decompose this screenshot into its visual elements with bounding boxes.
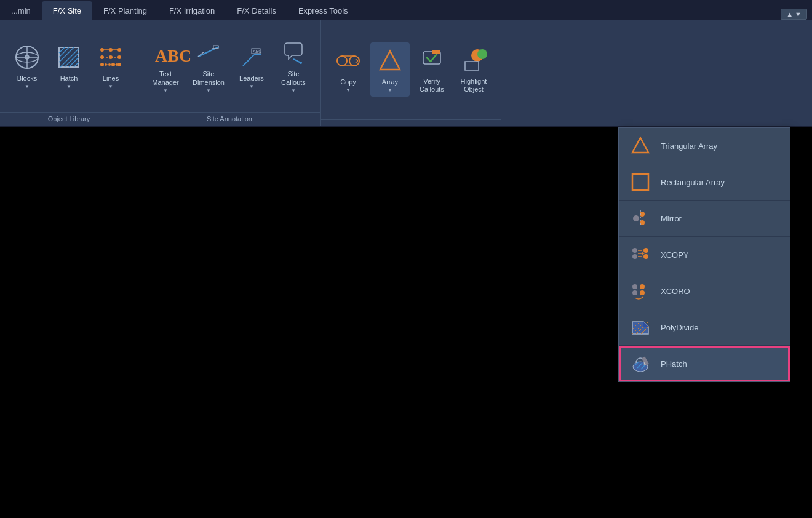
svg-point-21	[117, 55, 121, 59]
svg-text:ABC: ABC	[253, 49, 261, 54]
svg-point-40	[337, 56, 347, 66]
ribbon-content: Blocks ▼	[0, 20, 812, 127]
xcopy-item[interactable]: XCOPY	[619, 237, 790, 273]
hatch-label: Hatch	[60, 74, 78, 82]
xcoro-icon	[629, 279, 652, 303]
svg-line-34	[243, 55, 254, 66]
xcoro-label: XCORO	[661, 287, 690, 296]
tab-row: ...min F/X Site F/X Planting F/X Irrigat…	[0, 0, 812, 20]
tab-fx-details[interactable]: F/X Details	[226, 1, 287, 20]
group-object-library: Blocks ▼	[0, 20, 138, 126]
svg-rect-46	[432, 50, 440, 54]
tab-fx-planting[interactable]: F/X Planting	[92, 1, 158, 20]
hatch-icon	[54, 42, 84, 72]
xcoro-item[interactable]: XCORO	[619, 273, 790, 309]
xcopy-icon	[629, 243, 652, 266]
ribbon: ...min F/X Site F/X Planting F/X Irrigat…	[0, 0, 812, 127]
tab-express-tools[interactable]: Express Tools	[287, 1, 359, 20]
tab-fx-site[interactable]: F/X Site	[42, 1, 92, 20]
hatch-button[interactable]: Hatch ▼	[49, 39, 89, 93]
rectangular-array-item[interactable]: Rectangular Array	[619, 164, 790, 201]
highlight-object-label: HighlightObject	[461, 78, 487, 94]
lines-arrow: ▼	[108, 84, 113, 89]
highlight-object-button[interactable]: HighlightObject	[454, 42, 493, 97]
phatch-icon	[629, 352, 652, 375]
text-manager-icon: ABC	[151, 38, 180, 68]
object-library-label: Object Library	[0, 112, 138, 126]
svg-marker-66	[632, 322, 648, 334]
xcopy-label: XCOPY	[661, 250, 689, 260]
svg-point-58	[643, 248, 648, 253]
site-annotation-items: ABC TextManager ▼	[138, 20, 320, 112]
svg-line-7	[59, 47, 69, 57]
group-site-annotation: ABC TextManager ▼	[138, 20, 321, 126]
verify-callouts-label: VerifyCallouts	[420, 78, 444, 94]
svg-point-52	[633, 215, 639, 221]
verify-callouts-button[interactable]: VerifyCallouts	[412, 42, 452, 97]
copy-icon	[333, 46, 363, 76]
site-callouts-button[interactable]: SiteCallouts ▼	[274, 34, 313, 97]
site-dimension-button[interactable]: SiteDimension ▼	[188, 34, 229, 97]
mirror-item[interactable]: Mirror	[619, 201, 790, 237]
svg-point-64	[640, 290, 645, 295]
svg-rect-51	[632, 174, 648, 190]
blocks-icon	[12, 42, 42, 72]
array-button[interactable]: Array ▼	[370, 42, 410, 97]
leaders-button[interactable]: ABC Leaders ▼	[232, 39, 271, 93]
phatch-item[interactable]: PHatch	[619, 346, 790, 381]
triangular-array-label: Triangular Array	[661, 141, 717, 151]
site-dimension-arrow: ▼	[206, 88, 211, 94]
highlight-object-icon	[459, 46, 488, 75]
svg-marker-65	[641, 296, 643, 298]
svg-point-39	[300, 62, 302, 64]
svg-marker-60	[642, 252, 645, 255]
verify-callouts-icon	[417, 46, 447, 75]
tools-label	[321, 119, 501, 126]
triangular-array-item[interactable]: Triangular Array	[619, 128, 790, 164]
mirror-label: Mirror	[661, 214, 682, 223]
blocks-label: Blocks	[17, 74, 37, 82]
leaders-label: Leaders	[239, 74, 264, 82]
array-icon	[375, 46, 405, 76]
polydivide-item[interactable]: PolyDivide	[619, 309, 790, 346]
tab-fx-irrigation[interactable]: F/X Irrigation	[158, 1, 226, 20]
copy-button[interactable]: Copy ▼	[328, 42, 368, 97]
site-annotation-label: Site Annotation	[138, 112, 320, 126]
leaders-arrow: ▼	[249, 84, 254, 89]
svg-point-62	[632, 290, 637, 295]
svg-point-56	[632, 248, 637, 253]
tab-admin[interactable]: ...min	[0, 1, 42, 20]
rectangular-array-label: Rectangular Array	[661, 178, 725, 187]
svg-point-57	[632, 254, 637, 259]
svg-rect-49	[465, 62, 479, 70]
text-manager-label: TextManager	[152, 70, 178, 86]
text-manager-button[interactable]: ABC TextManager ▼	[146, 34, 185, 97]
polydivide-icon	[629, 316, 652, 339]
site-callouts-arrow: ▼	[291, 88, 296, 94]
svg-line-12	[74, 62, 79, 67]
site-callouts-label: SiteCallouts	[281, 70, 306, 86]
site-callouts-icon	[279, 38, 308, 68]
polydivide-label: PolyDivide	[661, 323, 698, 332]
lines-label: Lines	[103, 74, 119, 82]
svg-point-48	[477, 49, 487, 59]
blocks-arrow: ▼	[25, 84, 30, 89]
array-label: Array	[382, 78, 398, 86]
array-dropdown: Triangular Array Rectangular Array Mirro…	[618, 127, 790, 382]
svg-point-59	[643, 254, 648, 259]
phatch-label: PHatch	[661, 359, 687, 369]
tab-scroll-button[interactable]: ▲ ▼	[781, 9, 807, 20]
svg-marker-50	[632, 138, 648, 153]
svg-line-38	[293, 59, 301, 63]
site-dimension-icon	[194, 38, 223, 68]
lines-button[interactable]: Lines ▼	[91, 39, 130, 93]
blocks-button[interactable]: Blocks ▼	[7, 39, 47, 93]
copy-label: Copy	[340, 78, 356, 86]
rectangular-array-icon	[629, 170, 652, 194]
site-dimension-label: SiteDimension	[193, 70, 225, 86]
array-arrow: ▼	[388, 87, 392, 93]
lines-icon	[96, 42, 125, 72]
text-manager-arrow: ▼	[163, 88, 168, 94]
svg-line-11	[69, 57, 79, 67]
hatch-arrow: ▼	[66, 84, 71, 89]
